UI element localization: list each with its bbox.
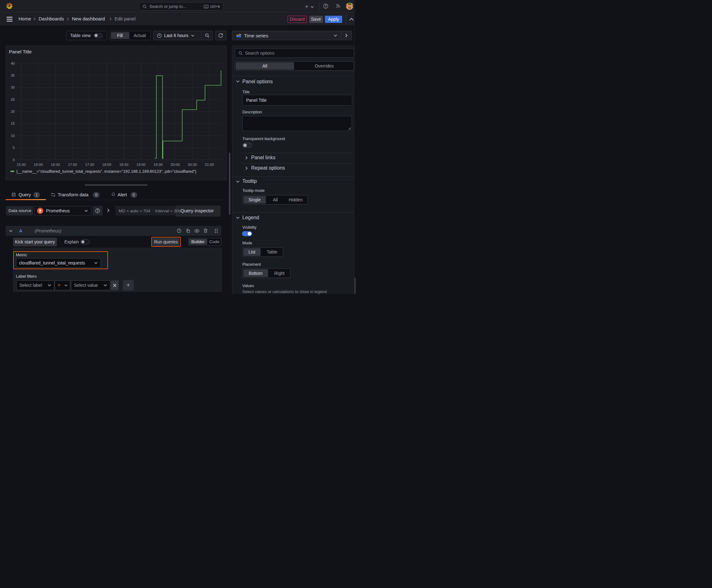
svg-text:17:30: 17:30 [85,163,94,166]
svg-text:18:00: 18:00 [102,163,111,166]
svg-text:21:00: 21:00 [205,163,214,166]
svg-text:19:00: 19:00 [136,163,146,166]
svg-text:{__name__="cloudflared_tunnel_: {__name__="cloudflared_tunnel_total_requ… [16,169,196,174]
svg-text:25: 25 [11,98,15,102]
svg-text:20:00: 20:00 [171,163,180,166]
svg-text:16:30: 16:30 [51,163,60,166]
svg-text:19:30: 19:30 [153,163,163,166]
svg-text:18:30: 18:30 [119,163,128,166]
svg-text:20: 20 [11,110,15,113]
svg-text:20:30: 20:30 [188,163,197,166]
svg-text:15:30: 15:30 [17,163,26,166]
svg-text:16:00: 16:00 [34,163,43,166]
svg-text:15: 15 [11,122,15,125]
svg-text:30: 30 [11,85,15,89]
svg-text:10: 10 [11,134,15,138]
svg-text:40: 40 [11,62,15,65]
svg-text:17:00: 17:00 [68,163,77,166]
svg-text:35: 35 [11,74,15,77]
svg-text:0: 0 [13,158,15,162]
svg-text:5: 5 [13,146,15,149]
